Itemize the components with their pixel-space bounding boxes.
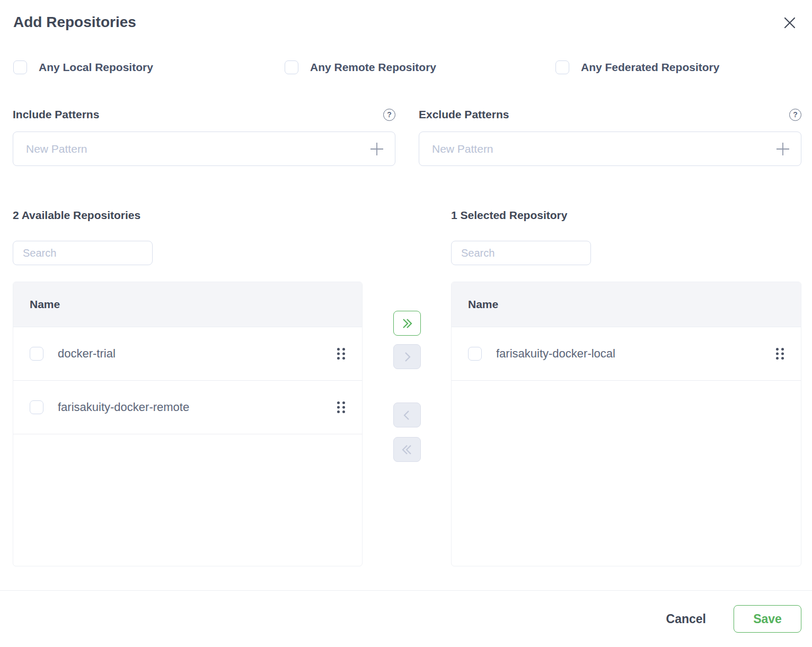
move-left-button[interactable] (393, 403, 421, 427)
dialog-footer: Cancel Save (0, 590, 812, 647)
table-column-header: Name (452, 282, 801, 327)
move-right-button[interactable] (393, 344, 421, 369)
selected-repositories-heading: 1 Selected Repository (451, 209, 801, 222)
repo-type-checkbox-option[interactable]: Any Local Repository (13, 60, 153, 74)
table-row[interactable]: farisakuity-docker-local (452, 327, 801, 381)
help-icon[interactable]: ? (789, 109, 801, 121)
repository-name: docker-trial (58, 347, 336, 361)
row-checkbox-unchecked-icon[interactable] (468, 347, 482, 361)
dialog-title: Add Repositories (13, 14, 136, 31)
pattern-label: Exclude Patterns (419, 108, 509, 121)
selected-table-rows: farisakuity-docker-local (452, 327, 801, 381)
available-repositories-heading: 2 Available Repositories (13, 209, 363, 222)
pattern-input-wrap (419, 132, 801, 166)
double-chevron-right-icon (400, 317, 414, 330)
repo-type-label: Any Remote Repository (310, 60, 436, 74)
new-pattern-input[interactable] (13, 132, 395, 165)
pattern-header: Exclude Patterns ? (419, 108, 801, 121)
pattern-label: Include Patterns (13, 108, 99, 121)
checkbox-unchecked-icon[interactable] (555, 60, 569, 74)
add-pattern-button[interactable] (366, 138, 387, 160)
repository-name: farisakuity-docker-local (496, 347, 775, 361)
row-checkbox-unchecked-icon[interactable] (30, 400, 43, 414)
plus-icon (369, 141, 385, 157)
chevron-left-icon (400, 409, 414, 422)
available-search-input[interactable] (13, 241, 153, 265)
pattern-group: Include Patterns ? (13, 108, 395, 166)
plus-icon (775, 141, 791, 157)
table-row[interactable]: farisakuity-docker-remote (13, 381, 362, 434)
drag-handle-icon[interactable] (336, 347, 346, 361)
checkbox-unchecked-icon[interactable] (13, 60, 27, 74)
save-button[interactable]: Save (734, 605, 801, 633)
cancel-button[interactable]: Cancel (666, 612, 706, 626)
move-all-right-button[interactable] (393, 311, 421, 336)
available-repositories-table: Name docker-trial (13, 282, 363, 566)
new-pattern-input[interactable] (419, 132, 801, 165)
move-all-left-button[interactable] (393, 437, 421, 462)
chevron-right-icon (400, 351, 414, 363)
repo-type-checkbox-option[interactable]: Any Federated Repository (555, 60, 719, 74)
available-repositories-panel: 2 Available Repositories Name docker-tri… (13, 209, 363, 222)
row-checkbox-unchecked-icon[interactable] (30, 347, 43, 361)
close-button[interactable] (781, 14, 798, 31)
pattern-header: Include Patterns ? (13, 108, 395, 121)
checkbox-unchecked-icon[interactable] (285, 60, 298, 74)
repo-type-label: Any Federated Repository (581, 60, 719, 74)
pattern-group: Exclude Patterns ? (419, 108, 801, 166)
add-repositories-dialog: Add Repositories Any Local Repository An… (0, 0, 812, 647)
add-pattern-button[interactable] (772, 138, 793, 160)
repository-name: farisakuity-docker-remote (58, 400, 336, 414)
double-chevron-left-icon (400, 443, 414, 456)
selected-repositories-panel: 1 Selected Repository Name farisakuity-d… (451, 209, 801, 222)
selected-search-input[interactable] (451, 241, 591, 265)
available-table-rows: docker-trial farisakuity-docker-remot (13, 327, 362, 434)
drag-handle-icon[interactable] (336, 400, 346, 414)
table-column-header: Name (13, 282, 362, 327)
drag-handle-icon[interactable] (775, 347, 785, 361)
close-icon (782, 15, 798, 31)
selected-repositories-table: Name farisakuity-docker-local (451, 282, 801, 566)
help-icon[interactable]: ? (383, 109, 395, 121)
table-row[interactable]: docker-trial (13, 327, 362, 381)
pattern-input-wrap (13, 132, 395, 166)
repo-type-label: Any Local Repository (39, 60, 153, 74)
repo-type-checkbox-option[interactable]: Any Remote Repository (285, 60, 436, 74)
